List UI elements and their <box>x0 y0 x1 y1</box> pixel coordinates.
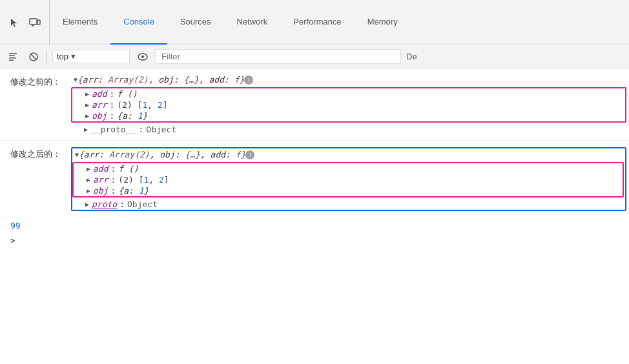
after-label: 修改之后的： <box>0 145 71 160</box>
tab-console[interactable]: Console <box>110 0 167 45</box>
toolbar-icon-group <box>0 0 50 45</box>
before-pink-box: ▶ add : f () ▶ arr : (2) [1, 2] ▶ obj : … <box>71 87 626 123</box>
after-summary-text: {arr: Array(2), obj: {…}, add: f} <box>79 150 245 159</box>
tab-network[interactable]: Network <box>224 0 281 45</box>
filter-input[interactable] <box>156 49 401 64</box>
svg-rect-5 <box>9 55 15 56</box>
svg-rect-7 <box>9 59 14 61</box>
after-info-icon[interactable]: i <box>245 150 254 159</box>
main-toolbar: Elements Console Sources Network Perform… <box>0 0 629 45</box>
after-blue-box: ▼ {arr: Array(2), obj: {…}, add: f} i ▶ … <box>71 147 626 211</box>
block-icon[interactable] <box>26 49 41 65</box>
before-prop-obj[interactable]: ▶ obj : {a: 1} <box>72 110 625 121</box>
device-icon[interactable] <box>27 15 43 30</box>
tab-performance[interactable]: Performance <box>280 0 354 45</box>
after-content: ▼ {arr: Array(2), obj: {…}, add: f} i ▶ … <box>71 145 629 214</box>
eye-icon[interactable] <box>135 49 150 65</box>
toolbar-divider <box>46 50 47 63</box>
after-pink-box: ▶ add : f () ▶ arr : (2) [1, 2] ▶ obj <box>72 162 624 197</box>
after-proto-triangle-icon: ▶ <box>85 201 89 208</box>
after-proto-row[interactable]: ▶ proto : Object <box>72 199 625 210</box>
console-toolbar: top ▼ De <box>0 45 629 68</box>
after-arr-triangle-icon: ▶ <box>87 176 90 183</box>
context-select[interactable]: top ▼ <box>52 50 130 63</box>
console-row-before: 修改之前的： ▼ {arr: Array(2), obj: {…}, add: … <box>0 68 629 141</box>
svg-point-11 <box>141 56 144 58</box>
add-triangle-icon: ▶ <box>85 90 89 97</box>
info-icon[interactable]: i <box>244 76 253 85</box>
svg-rect-4 <box>9 53 17 54</box>
tab-bar: Elements Console Sources Network Perform… <box>50 0 629 45</box>
svg-rect-1 <box>37 20 40 25</box>
tab-sources[interactable]: Sources <box>167 0 224 45</box>
console-content: 修改之前的： ▼ {arr: Array(2), obj: {…}, add: … <box>0 68 629 364</box>
clear-console-icon[interactable] <box>5 49 21 65</box>
after-add-triangle-icon: ▶ <box>87 165 90 172</box>
before-prop-add[interactable]: ▶ add : f () <box>72 88 625 99</box>
cursor-icon[interactable] <box>6 15 22 30</box>
number-output: 99 <box>0 218 629 233</box>
before-summary-text: {arr: Array(2), obj: {…}, add: f} <box>77 75 244 85</box>
after-prop-add[interactable]: ▶ add : f () <box>74 163 623 174</box>
proto-triangle-icon: ▶ <box>84 126 88 133</box>
select-arrow-icon: ▼ <box>71 52 76 61</box>
arr-triangle-icon: ▶ <box>85 101 89 108</box>
console-row-after: 修改之后的： ▼ {arr: Array(2), obj: {…}, add: … <box>0 141 629 218</box>
tab-memory[interactable]: Memory <box>355 0 411 45</box>
after-prop-obj[interactable]: ▶ obj : {a: 1} <box>74 185 623 196</box>
obj-triangle-icon: ▶ <box>85 112 89 119</box>
svg-line-9 <box>31 54 37 59</box>
before-prop-arr[interactable]: ▶ arr : (2) [1, 2] <box>72 99 625 110</box>
after-prop-arr[interactable]: ▶ arr : (2) [1, 2] <box>74 174 623 185</box>
tab-elements[interactable]: Elements <box>50 0 110 45</box>
svg-rect-6 <box>9 57 16 59</box>
after-summary-line[interactable]: ▼ {arr: Array(2), obj: {…}, add: f} i <box>72 148 625 161</box>
before-summary-line[interactable]: ▼ {arr: Array(2), obj: {…}, add: f} i <box>71 74 629 86</box>
before-content: ▼ {arr: Array(2), obj: {…}, add: f} i ▶ … <box>71 72 629 136</box>
before-label: 修改之前的： <box>0 72 71 88</box>
before-proto-row[interactable]: ▶ __proto__ : Object <box>71 124 629 135</box>
de-label: De <box>406 52 417 61</box>
console-prompt[interactable]: > <box>0 233 629 248</box>
after-obj-triangle-icon: ▶ <box>87 187 90 194</box>
svg-rect-0 <box>30 19 37 25</box>
